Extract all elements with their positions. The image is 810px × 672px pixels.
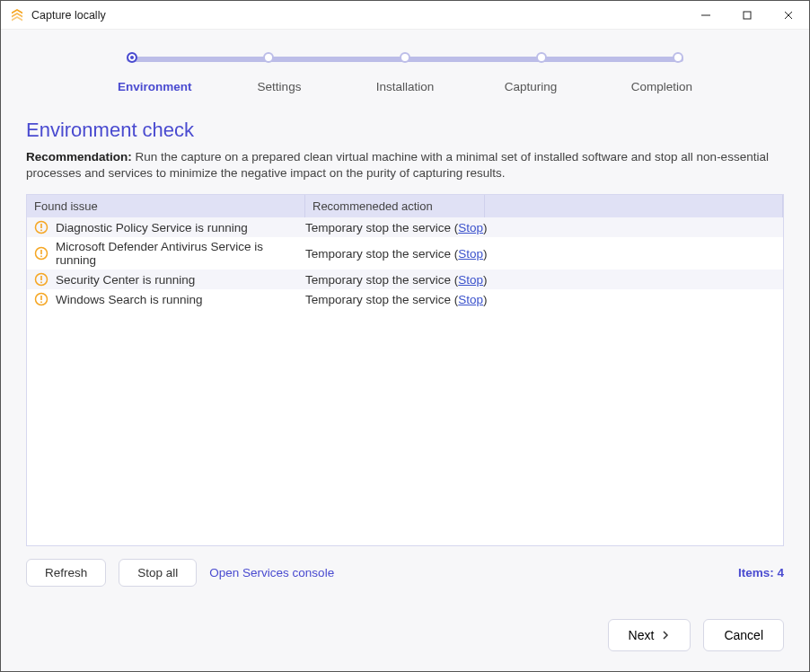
- svg-rect-11: [40, 296, 42, 300]
- stop-link[interactable]: Stop: [458, 221, 483, 234]
- wizard-stepper: Environment Settings Installation Captur…: [118, 53, 692, 93]
- step-label-environment: Environment: [118, 80, 207, 93]
- stop-link[interactable]: Stop: [458, 247, 483, 261]
- svg-rect-8: [40, 276, 42, 280]
- next-button-label: Next: [629, 628, 655, 642]
- svg-rect-2: [40, 224, 42, 228]
- step-dot-completion: [673, 52, 683, 63]
- table-row[interactable]: Windows Search is runningTemporary stop …: [27, 289, 783, 309]
- step-dot-environment: [127, 52, 137, 63]
- step-label-capturing: Capturing: [477, 80, 585, 93]
- window-title: Capture locally: [31, 9, 106, 22]
- table-row[interactable]: Diagnostic Policy Service is runningTemp…: [27, 217, 783, 237]
- close-button[interactable]: [768, 1, 809, 30]
- recommendation-body: Run the capture on a prepared clean virt…: [26, 150, 769, 180]
- column-header-action[interactable]: Recommeneded action: [305, 195, 485, 217]
- table-row[interactable]: Microsoft Defender Antivirus Service is …: [27, 237, 783, 270]
- items-count: Items: 4: [738, 566, 784, 579]
- step-label-settings: Settings: [225, 80, 333, 93]
- warning-icon: [34, 292, 48, 306]
- issue-text: Security Center is running: [56, 273, 195, 287]
- svg-rect-6: [40, 256, 42, 258]
- issue-text: Windows Search is running: [56, 293, 203, 306]
- table-row[interactable]: Security Center is runningTemporary stop…: [27, 270, 783, 289]
- table-header: Found issue Recommeneded action: [27, 195, 783, 217]
- stop-link[interactable]: Stop: [458, 293, 483, 306]
- warning-icon: [34, 272, 48, 287]
- action-text: Temporary stop the service (: [305, 221, 458, 234]
- action-text: Temporary stop the service (: [305, 247, 458, 261]
- minimize-button[interactable]: [685, 1, 726, 30]
- issues-table: Found issue Recommeneded action Diagnost…: [26, 194, 784, 546]
- stop-link[interactable]: Stop: [458, 273, 483, 287]
- svg-rect-0: [744, 12, 751, 19]
- open-services-link[interactable]: Open Services console: [209, 566, 334, 579]
- step-label-completion: Completion: [603, 80, 692, 93]
- svg-rect-5: [40, 250, 42, 254]
- issue-text: Microsoft Defender Antivirus Service is …: [56, 240, 305, 267]
- cancel-button[interactable]: Cancel: [703, 619, 784, 651]
- recommendation-label: Recommendation:: [26, 150, 136, 164]
- warning-icon: [34, 220, 48, 234]
- svg-rect-12: [40, 302, 42, 304]
- chevron-right-icon: [661, 631, 670, 640]
- refresh-button[interactable]: Refresh: [26, 559, 106, 587]
- action-text: Temporary stop the service (: [305, 293, 458, 306]
- titlebar: Capture locally: [1, 1, 809, 30]
- action-text: Temporary stop the service (: [305, 273, 458, 287]
- step-dot-installation: [400, 52, 410, 63]
- warning-icon: [34, 246, 48, 261]
- stop-all-button[interactable]: Stop all: [119, 559, 197, 587]
- svg-rect-9: [40, 282, 42, 284]
- column-header-issue[interactable]: Found issue: [27, 195, 305, 217]
- step-dot-settings: [263, 52, 274, 63]
- page-title: Environment check: [26, 119, 784, 142]
- svg-rect-3: [40, 230, 42, 232]
- column-header-empty[interactable]: [485, 195, 783, 217]
- maximize-button[interactable]: [726, 1, 768, 30]
- step-dot-capturing: [536, 52, 547, 63]
- step-label-installation: Installation: [351, 80, 459, 93]
- issue-text: Diagnostic Policy Service is running: [56, 221, 248, 234]
- next-button[interactable]: Next: [608, 619, 691, 651]
- app-icon: [10, 8, 24, 22]
- recommendation-text: Recommendation: Run the capture on a pre…: [26, 149, 784, 181]
